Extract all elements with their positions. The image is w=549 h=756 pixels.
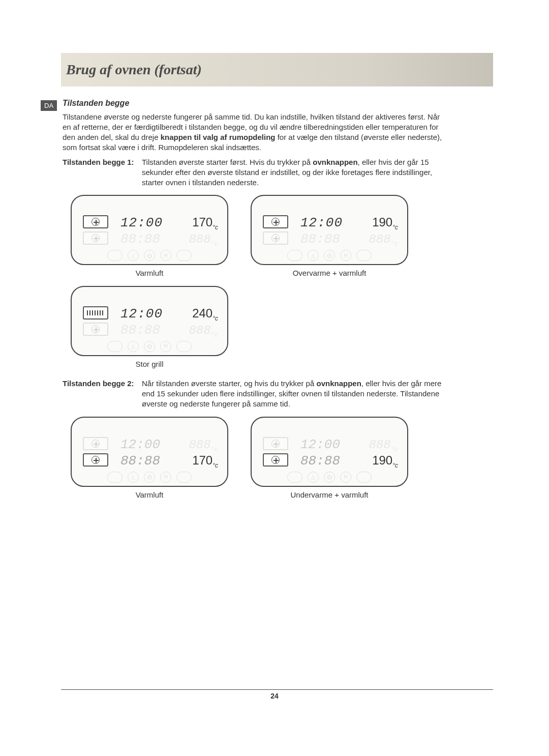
language-badge: DA: [41, 100, 57, 111]
knob-row: △ ⏻ H: [252, 472, 407, 483]
knob-icon: [176, 472, 192, 483]
mode-icon-box-top: [263, 437, 288, 450]
footer-rule: [61, 689, 493, 690]
fan-icon: [92, 325, 100, 333]
page-title: Brug af ovnen (fortsat): [66, 62, 202, 78]
lcd-ghost-time: 88:88: [300, 452, 340, 470]
mode-icon-box-bottom: [83, 231, 108, 245]
grill-icon: [87, 310, 104, 315]
knob-icon: △: [128, 472, 139, 483]
lcd-ghost-time: 88:88: [120, 322, 160, 339]
lcd-ghost-temp: 888°c: [189, 231, 218, 248]
mode-icon-box-bottom: [83, 453, 108, 467]
panel-col: 12:00 190°c 88:88 888°c △ ⏻ H Overvarme …: [251, 195, 408, 278]
lcd-ghost-temp: 888°c: [369, 231, 398, 248]
lcd-row-top: 12:00 888°c: [120, 436, 218, 449]
panel-col: 12:00 170°c 88:88 888°c △ ⏻ H Varmluft: [71, 195, 228, 278]
mode-1-desc-a: Tilstanden øverste starter først. Hvis d…: [142, 158, 313, 166]
lcd-temp: 170°c: [192, 452, 218, 470]
knob-icon: H: [340, 250, 351, 261]
knob-icon: [176, 250, 192, 261]
lcd-ghost-temp: 888°c: [369, 437, 398, 454]
page-number: 24: [0, 692, 549, 700]
fan-icon: [271, 234, 280, 242]
lcd-ghost-time: 88:88: [120, 230, 160, 248]
knob-icon: [356, 250, 372, 261]
mode-2-label: Tilstanden begge 2:: [63, 379, 142, 389]
mode-icon-box-bottom: [83, 323, 108, 336]
lcd-temp: 240°c: [192, 305, 218, 323]
knob-icon: [107, 341, 123, 352]
panel-caption: Varmluft: [136, 268, 164, 278]
lcd-row-top: 12:00 190°c: [300, 214, 398, 227]
mode-2-desc: Når tilstanden øverste starter, og hvis …: [142, 379, 449, 410]
oven-display-panel: 12:00 240°c 88:88 888°c △ ⏻ H: [71, 286, 228, 356]
knob-icon: H: [160, 341, 171, 352]
knob-row: △ ⏻ H: [72, 250, 227, 261]
lcd-time: 12:00: [120, 214, 163, 232]
mode-icon-box-top: [83, 306, 108, 319]
knob-icon: [356, 472, 372, 483]
knob-icon: H: [160, 250, 171, 261]
oven-display-panel: 12:00 888°c 88:88 190°c △ ⏻ H: [251, 417, 408, 487]
lcd-row-bottom: 88:88 170°c: [120, 452, 218, 466]
fan-icon: [271, 456, 280, 464]
lcd-temp: 190°c: [372, 452, 398, 470]
mode-2-bold: ovnknappen: [316, 379, 361, 388]
lcd-row-bottom: 88:88 888°c: [300, 230, 398, 244]
lcd-row-top: 12:00 888°c: [300, 436, 398, 449]
lcd-ghost-time: 88:88: [120, 452, 160, 470]
knob-icon: [176, 341, 192, 352]
fan-icon: [271, 440, 280, 448]
mode-icon-box-top: [83, 437, 108, 450]
panel-col: 12:00 240°c 88:88 888°c △ ⏻ H Stor grill: [71, 286, 228, 369]
mode-1-block: Tilstanden begge 1: Tilstanden øverste s…: [63, 157, 449, 188]
fan-icon: [92, 440, 100, 448]
knob-icon: △: [308, 250, 319, 261]
knob-icon: △: [128, 341, 139, 352]
mode-icon-box-bottom: [263, 453, 288, 467]
lcd-row-bottom: 88:88 888°c: [120, 230, 218, 244]
panel-row-3: 12:00 888°c 88:88 170°c △ ⏻ H Varmluft: [71, 417, 449, 500]
fan-icon: [92, 234, 100, 242]
lcd-row-bottom: 88:88 888°c: [120, 322, 218, 335]
knob-row: △ ⏻ H: [72, 341, 227, 352]
knob-icon: ⏻: [324, 250, 335, 261]
panel-col: 12:00 888°c 88:88 170°c △ ⏻ H Varmluft: [71, 417, 228, 500]
lcd-ghost-temp: 888°c: [189, 323, 218, 339]
panel-row-2: 12:00 240°c 88:88 888°c △ ⏻ H Stor grill: [71, 286, 449, 369]
lcd-row-bottom: 88:88 190°c: [300, 452, 398, 466]
lcd-time: 12:00: [300, 214, 343, 232]
mode-2-desc-a: Når tilstanden øverste starter, og hvis …: [142, 379, 316, 388]
lcd-ghost-time: 88:88: [300, 230, 340, 248]
content-area: Tilstanden begge Tilstandene øverste og …: [63, 98, 449, 500]
panel-caption: Overvarme + varmluft: [293, 268, 367, 278]
knob-icon: H: [160, 472, 171, 483]
intro-paragraph: Tilstandene øverste og nederste fungerer…: [63, 112, 449, 153]
header-band: Brug af ovnen (fortsat): [61, 53, 493, 86]
lcd-time: 12:00: [300, 436, 340, 454]
intro-bold-1: knappen til valg af rumopdeling: [161, 133, 276, 141]
mode-1-bold: ovnknappen: [313, 158, 357, 166]
oven-display-panel: 12:00 888°c 88:88 170°c △ ⏻ H: [71, 417, 228, 487]
lcd-time: 12:00: [120, 305, 163, 323]
knob-icon: [107, 472, 123, 483]
knob-icon: ⏻: [144, 472, 155, 483]
knob-icon: H: [340, 472, 351, 483]
oven-display-panel: 12:00 190°c 88:88 888°c △ ⏻ H: [251, 195, 408, 265]
panel-caption: Stor grill: [135, 359, 163, 369]
knob-icon: [287, 472, 302, 483]
knob-icon: [287, 250, 302, 261]
oven-display-panel: 12:00 170°c 88:88 888°c △ ⏻ H: [71, 195, 228, 265]
knob-icon: ⏻: [324, 472, 335, 483]
panel-caption: Undervarme + varmluft: [291, 490, 369, 500]
fan-icon: [92, 456, 100, 464]
knob-icon: △: [128, 250, 139, 261]
mode-1-label: Tilstanden begge 1:: [63, 157, 142, 167]
lcd-row-top: 12:00 170°c: [120, 214, 218, 227]
mode-1-desc: Tilstanden øverste starter først. Hvis d…: [142, 157, 449, 188]
lcd-row-top: 12:00 240°c: [120, 305, 218, 318]
lcd-time: 12:00: [120, 436, 160, 454]
mode-icon-box-top: [263, 215, 288, 228]
knob-row: △ ⏻ H: [252, 250, 407, 261]
